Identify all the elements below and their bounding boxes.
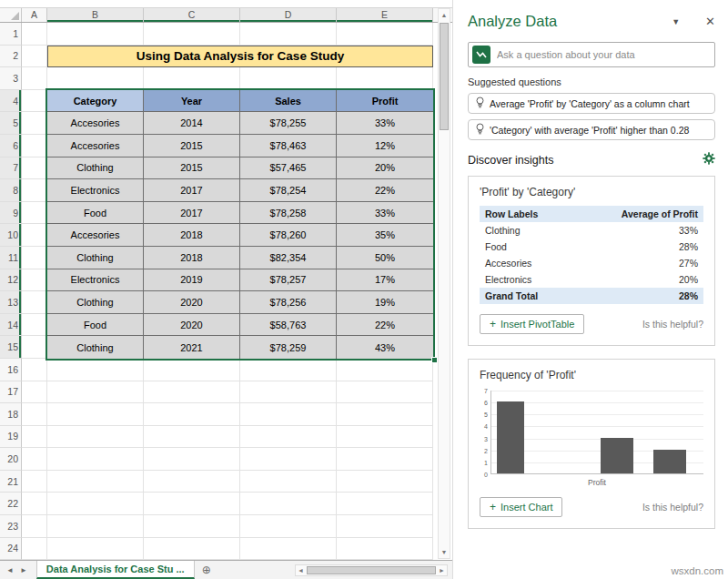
column-header-A[interactable]: A <box>22 8 47 22</box>
row-header-13[interactable]: 13 <box>0 291 22 314</box>
cell-D16[interactable] <box>240 359 337 381</box>
table-cell[interactable]: Clothing <box>47 336 144 359</box>
row-header-9[interactable]: 9 <box>0 202 22 225</box>
is-this-helpful-link[interactable]: Is this helpful? <box>642 319 703 330</box>
cell-E17[interactable] <box>337 381 433 404</box>
table-cell[interactable]: Food <box>47 314 144 337</box>
cell-A6[interactable] <box>22 135 47 157</box>
table-cell[interactable]: Accesories <box>47 135 144 157</box>
table-cell[interactable]: $78,256 <box>240 291 337 314</box>
scroll-right-icon[interactable]: ► <box>437 567 447 574</box>
row-header-24[interactable]: 24 <box>0 538 22 561</box>
cell-A23[interactable] <box>22 515 47 538</box>
table-cell[interactable]: 19% <box>337 291 433 314</box>
cell-E24[interactable] <box>337 538 433 561</box>
horizontal-scrollbar[interactable]: ◄ ► <box>295 564 448 576</box>
row-header-3[interactable]: 3 <box>0 67 22 90</box>
cell-A5[interactable] <box>22 112 47 135</box>
cell-C16[interactable] <box>144 359 240 381</box>
cell-A18[interactable] <box>22 403 47 426</box>
table-cell[interactable]: $78,257 <box>240 269 337 292</box>
cell-C18[interactable] <box>144 403 240 426</box>
cell-A9[interactable] <box>22 202 47 225</box>
table-cell[interactable]: $78,258 <box>240 202 337 225</box>
cell-B16[interactable] <box>47 359 144 381</box>
cell-A4[interactable] <box>22 90 47 113</box>
table-cell[interactable]: 22% <box>337 314 433 337</box>
question-input[interactable] <box>497 49 709 60</box>
cell-A24[interactable] <box>22 538 47 561</box>
scroll-up-icon[interactable]: ▲ <box>441 9 448 21</box>
cell-B3[interactable] <box>47 67 144 90</box>
table-cell[interactable]: 2019 <box>144 269 240 292</box>
cell-A3[interactable] <box>22 67 47 90</box>
table-cell[interactable]: 2018 <box>144 224 240 247</box>
scroll-left-icon[interactable]: ◄ <box>296 567 306 574</box>
row-header-18[interactable]: 18 <box>0 403 22 426</box>
cell-A14[interactable] <box>22 314 47 337</box>
table-cell[interactable]: Electronics <box>47 179 144 202</box>
table-cell[interactable]: 43% <box>337 336 433 359</box>
table-cell[interactable]: 50% <box>337 247 433 269</box>
cell-D21[interactable] <box>240 471 337 493</box>
tab-prev-icon[interactable]: ◄ <box>6 566 14 574</box>
row-header-17[interactable]: 17 <box>0 381 22 404</box>
table-cell[interactable]: 2018 <box>144 247 240 269</box>
row-header-8[interactable]: 8 <box>0 179 22 202</box>
select-all-corner[interactable] <box>0 8 22 22</box>
cell-A22[interactable] <box>22 493 47 515</box>
row-header-12[interactable]: 12 <box>0 269 22 292</box>
table-cell[interactable]: 2015 <box>144 157 240 180</box>
fill-handle[interactable] <box>431 357 438 363</box>
table-cell[interactable]: 22% <box>337 179 433 202</box>
cell-C3[interactable] <box>144 67 240 90</box>
table-cell[interactable]: 2017 <box>144 202 240 225</box>
table-cell[interactable]: 2014 <box>144 112 240 135</box>
table-cell[interactable]: 33% <box>337 112 433 135</box>
row-header-4[interactable]: 4 <box>0 90 22 113</box>
row-header-5[interactable]: 5 <box>0 112 22 135</box>
cell-D20[interactable] <box>240 448 337 471</box>
cell-A11[interactable] <box>22 247 47 269</box>
horizontal-scroll-thumb[interactable] <box>307 566 436 574</box>
cell-C21[interactable] <box>144 471 240 493</box>
cell-D17[interactable] <box>240 381 337 404</box>
table-cell[interactable]: 35% <box>337 224 433 247</box>
cell-C19[interactable] <box>144 426 240 449</box>
pane-options-chevron-icon[interactable]: ▼ <box>672 17 680 26</box>
cell-C17[interactable] <box>144 381 240 404</box>
cell-E22[interactable] <box>337 493 433 515</box>
cell-A2[interactable] <box>22 46 47 68</box>
cell-E3[interactable] <box>337 67 433 90</box>
row-header-15[interactable]: 15 <box>0 336 22 359</box>
table-cell[interactable]: $57,465 <box>240 157 337 180</box>
table-cell[interactable]: 2021 <box>144 336 240 359</box>
table-cell[interactable]: $58,763 <box>240 314 337 337</box>
cell-C20[interactable] <box>144 448 240 471</box>
cell-C1[interactable] <box>144 23 240 46</box>
cell-A12[interactable] <box>22 269 47 292</box>
add-sheet-icon[interactable]: ⊕ <box>202 564 211 576</box>
table-cell[interactable]: Accesories <box>47 112 144 135</box>
table-header-profit[interactable]: Profit <box>337 90 433 113</box>
row-header-2[interactable]: 2 <box>0 46 22 68</box>
cell-B17[interactable] <box>47 381 144 404</box>
cell-B22[interactable] <box>47 493 144 515</box>
cell-C23[interactable] <box>144 515 240 538</box>
cell-C24[interactable] <box>144 538 240 561</box>
insert-chart-button[interactable]: + Insert Chart <box>480 497 562 517</box>
cell-D22[interactable] <box>240 493 337 515</box>
ask-question-box[interactable] <box>468 42 715 67</box>
table-cell[interactable]: 17% <box>337 269 433 292</box>
row-header-22[interactable]: 22 <box>0 493 22 515</box>
table-header-year[interactable]: Year <box>144 90 240 113</box>
insert-pivottable-button[interactable]: + Insert PivotTable <box>480 314 584 334</box>
cell-B21[interactable] <box>47 471 144 493</box>
table-cell[interactable]: Food <box>47 202 144 225</box>
cell-A1[interactable] <box>22 23 47 46</box>
worksheet-title-cell[interactable]: Using Data Analysis for Case Study <box>47 46 433 68</box>
table-cell[interactable]: 2020 <box>144 314 240 337</box>
row-header-10[interactable]: 10 <box>0 224 22 247</box>
cell-D24[interactable] <box>240 538 337 561</box>
cell-E20[interactable] <box>337 448 433 471</box>
